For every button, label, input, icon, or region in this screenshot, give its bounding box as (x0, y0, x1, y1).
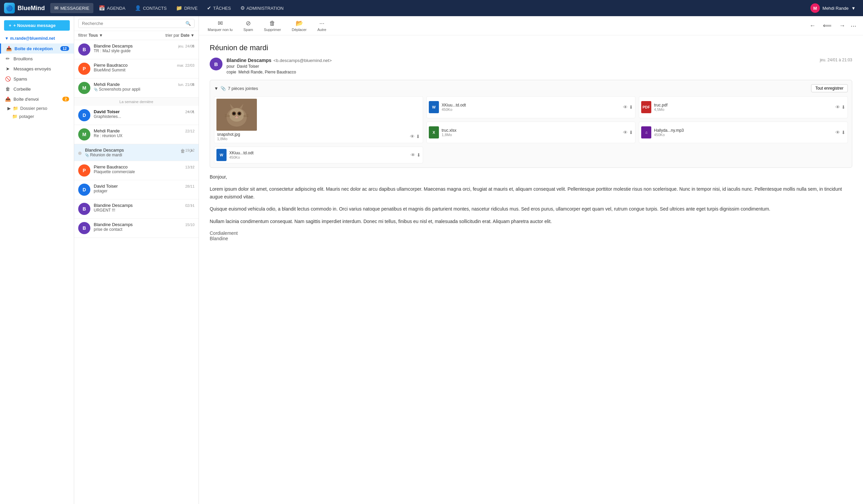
preview-button[interactable]: 👁 (835, 130, 840, 135)
contacts-icon: 👤 (135, 5, 141, 11)
message-subject: potager (94, 189, 195, 193)
preview-button[interactable]: 👁 (623, 104, 628, 110)
nav-contacts-label: CONTACTS (143, 6, 167, 11)
new-message-label: + Nouveau message (13, 23, 55, 28)
nav-agenda[interactable]: 📅 AGENDA (95, 3, 129, 13)
nav-administration[interactable]: ⚙ ADMINISTRATION (236, 3, 288, 13)
avatar: D (78, 109, 90, 121)
search-box[interactable]: 🔍 (78, 19, 195, 28)
attachment-info: XKiuu...td.odt 450Ko (229, 151, 408, 159)
sidebar-item-drafts[interactable]: ✏ Brouillons (0, 54, 74, 64)
folder-dossier-perso[interactable]: ▶ 📁 Dossier perso (0, 104, 74, 113)
delete-message-button[interactable]: 🗑 (179, 147, 186, 154)
message-item[interactable]: P Pierre Baudracco 13/12 Plaquette comme… (74, 161, 199, 180)
sidebar-item-trash[interactable]: 🗑 Corbeille (0, 84, 74, 94)
sidebar-item-sent[interactable]: ➤ Messages envoyés (0, 64, 74, 74)
date-divider: La semaine dernière (74, 98, 199, 106)
message-item[interactable]: D David Toiser 24/01 Graphisteries... → … (74, 106, 199, 125)
preview-button[interactable]: 👁 (623, 130, 628, 135)
message-subject: BlueMind Summit (94, 68, 195, 73)
attachment-buttons: 👁 ⬇ (835, 104, 846, 110)
preview-button[interactable]: 👁 (411, 152, 415, 158)
new-message-button[interactable]: + + Nouveau message (4, 20, 70, 31)
sort-button[interactable]: Date ▼ (181, 33, 195, 38)
sort-label: trier par (165, 33, 179, 38)
filter-bar: filtrer Tous ▼ trier par Date ▼ (74, 31, 199, 40)
attachment-name: snapshot.jpg (217, 132, 240, 137)
avatar: P (78, 63, 90, 75)
download-button[interactable]: ⬇ (841, 104, 846, 110)
nav-messagerie[interactable]: ✉ MESSAGERIE (50, 3, 93, 13)
odt-file-icon: W (429, 101, 439, 113)
outbox-label: Boîte d'envoi (13, 97, 60, 102)
message-content: Blandine Descamps 15/10 prise de contact (94, 222, 195, 232)
search-icon: 🔍 (185, 21, 191, 26)
email-subject: Réunion de mardi (210, 43, 852, 52)
svg-point-6 (238, 113, 240, 115)
nav-contacts[interactable]: 👤 CONTACTS (131, 3, 171, 13)
message-actions: → ∧ (186, 109, 195, 114)
user-avatar: M (810, 3, 820, 13)
sidebar-account[interactable]: ▼ m.rande@bluemind.net (0, 35, 74, 43)
attachment-name: XKiuu...td.odt (442, 103, 620, 107)
message-subject: TR : MaJ style guide (94, 49, 195, 53)
prev-message-button[interactable]: ← (808, 21, 817, 31)
message-sender: Blandine Descamps (94, 203, 133, 208)
move-button[interactable]: 📂 Déplacer (290, 19, 309, 33)
trash-label: Corbeille (13, 87, 69, 92)
nav-taches[interactable]: ✔ TÂCHES (203, 3, 235, 13)
message-item[interactable]: B Blandine Descamps 02/11 URGENT !!! ← (74, 199, 199, 219)
top-navigation: 🔵 BlueMind ✉ MESSAGERIE 📅 AGENDA 👤 CONTA… (0, 0, 863, 16)
message-sender: Blandine Descamps (94, 43, 133, 49)
app-logo[interactable]: 🔵 BlueMind (4, 3, 45, 13)
download-button[interactable]: ⬇ (629, 130, 633, 135)
nav-drive[interactable]: 📁 DRIVE (172, 3, 202, 13)
user-menu[interactable]: M Mehdi Rande ▼ (807, 2, 859, 14)
spam-button[interactable]: ⊘ Spam (241, 19, 255, 33)
subfolder-label: potager (19, 114, 34, 119)
sidebar-item-outbox[interactable]: 📤 Boîte d'envoi 2 (0, 94, 74, 104)
more-actions-button[interactable]: ··· Autre (315, 19, 328, 33)
folder-triangle-icon: ▶ (8, 106, 11, 111)
paperclip-icon: 📎 (221, 86, 226, 91)
reply-icon: → (186, 109, 190, 114)
sidebar-item-spam[interactable]: 🚫 Spams (0, 74, 74, 84)
prev-thread-button[interactable]: ⟸ (821, 21, 834, 31)
forward-message-button[interactable]: ↗ (188, 147, 195, 154)
message-content: David Toiser 28/11 potager (94, 184, 195, 193)
message-item-selected[interactable]: Blandine Descamps 19/12 📎 Réunion de mar… (74, 144, 199, 161)
message-item[interactable]: M Mehdi Rande 22/12 Re : réunion UX (74, 125, 199, 144)
message-item[interactable]: B Blandine Descamps 15/10 prise de conta… (74, 219, 199, 238)
filter-button[interactable]: Tous ▼ (89, 33, 103, 38)
folder-potager[interactable]: 📁 potager (0, 113, 74, 120)
sent-label: Messages envoyés (13, 66, 69, 72)
download-button[interactable]: ⬇ (629, 104, 633, 110)
message-item[interactable]: P Pierre Baudracco mar. 22/03 BlueMind S… (74, 59, 199, 78)
preview-attachment-button[interactable]: 👁 (410, 134, 415, 139)
next-message-button[interactable]: → (837, 21, 847, 31)
message-sender: Mehdi Rande (94, 82, 120, 87)
sidebar-item-inbox[interactable]: 📥 Boîte de réception 12 (0, 43, 74, 54)
mark-unread-label: Marquer non lu (208, 28, 233, 32)
message-item[interactable]: D David Toiser 28/11 potager (74, 180, 199, 199)
reply-icon: ← (190, 203, 195, 208)
message-item[interactable]: B Blandine Descamps jeu. 24/03 TR : MaJ … (74, 40, 199, 59)
odt-file-icon-2: W (216, 149, 227, 161)
message-item[interactable]: M Mehdi Rande lun. 21/03 📎 Screenshots p… (74, 78, 199, 98)
download-attachment-button[interactable]: ⬇ (416, 134, 420, 139)
unread-dot (78, 152, 82, 155)
preview-button[interactable]: 👁 (835, 104, 840, 110)
save-all-button[interactable]: Tout enregistrer (811, 84, 848, 92)
email-more-button[interactable]: ··· (851, 22, 856, 30)
sender-avatar: B (210, 57, 223, 70)
download-button[interactable]: ⬇ (841, 130, 846, 135)
delete-icon: 🗑 (270, 20, 275, 27)
attachments-grid: snapshot.jpg 1,8Mo 👁 ⬇ (214, 96, 848, 164)
delete-button[interactable]: 🗑 Supprimer (262, 19, 283, 33)
search-input[interactable] (82, 21, 185, 26)
download-button[interactable]: ⬇ (417, 152, 421, 158)
message-subject: Graphisteries... (94, 114, 195, 119)
mark-unread-button[interactable]: ✉ Marquer non lu (205, 19, 235, 33)
message-actions: ∧ (191, 43, 195, 48)
attachment-size: 450Ko (654, 133, 833, 137)
